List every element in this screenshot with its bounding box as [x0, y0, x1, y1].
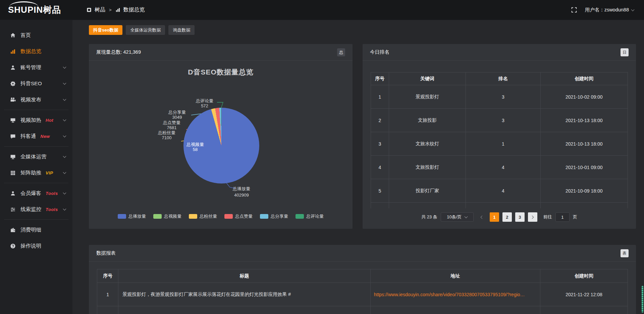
header-right: 用户名：zswodun88 — [571, 7, 634, 13]
sidebar-item-help[interactable]: 操作说明 — [0, 238, 72, 254]
breadcrumb-separator: > — [109, 7, 112, 12]
day-view-button[interactable]: 日 — [621, 48, 629, 56]
next-page-button[interactable] — [528, 212, 537, 222]
sidebar-item-label: 会员爆客 — [20, 190, 41, 197]
fullscreen-icon[interactable] — [571, 7, 577, 13]
chart-legend: 总播放量 总视频量 总粉丝量 总点赞量 总分享量 总评论量 — [89, 213, 353, 219]
sidebar-item-label: 数据总览 — [20, 48, 41, 55]
logo-text: SHUPIN树品 — [8, 4, 61, 16]
sidebar-item-clue-monitor[interactable]: 线索监控 Tools — [0, 201, 72, 217]
cell-index: 2 — [371, 109, 389, 132]
sidebar-item-douyin-seo[interactable]: 抖音SEO — [0, 75, 72, 92]
cell-video-link[interactable]: https://www.iesdouyin.com/share/video/70… — [370, 283, 540, 306]
rank-table-wrap: 序号 关键词 排名 创建时间 1 景观投影灯 3 2021-10-02 09:0… — [371, 72, 628, 208]
pie-label-value: 572 — [196, 103, 213, 108]
pie-label-value: 402909 — [233, 192, 250, 198]
tools-badge: Tools — [46, 207, 58, 212]
cell-keyword: 投影灯厂家 — [389, 179, 466, 203]
sidebar-item-consumption[interactable]: 消费明细 — [0, 222, 72, 238]
legend-swatch — [153, 214, 162, 219]
sidebar-item-video-heat[interactable]: 视频加热 Hot — [0, 112, 72, 128]
cell-keyword: 文旅投影 — [389, 109, 466, 132]
chevron-down-icon — [63, 171, 66, 174]
cell-keyword: 文旅投影灯 — [389, 156, 466, 179]
impressions-total: 展现量总数: 421,369 — [96, 49, 141, 55]
tab-douyin-seo-data[interactable]: 抖音seo数据 — [89, 25, 122, 35]
legend-item[interactable]: 总粉丝量 — [189, 213, 217, 219]
legend-item[interactable]: 总视频量 — [153, 213, 181, 219]
chevron-down-icon — [63, 98, 66, 101]
sidebar-item-home[interactable]: 首页 — [0, 27, 72, 43]
username: 用户名：zswodun88 — [585, 7, 629, 13]
table-row: 5 投影灯厂家 4 2021-10-09 18:00 — [371, 179, 628, 203]
cell-keyword: 文旅水纹灯 — [389, 132, 466, 156]
goto-label: 前往 — [543, 214, 552, 220]
sliders-icon — [10, 207, 16, 212]
pie-label-name: 总评论量 — [196, 98, 213, 103]
legend-item[interactable]: 总播放量 — [118, 213, 146, 219]
pie-label-name: 总粉丝量 — [158, 130, 175, 135]
table-row: 2 文旅投影 3 2021-10-13 18:00 — [371, 109, 628, 132]
sidebar-item-matrix-boost[interactable]: 矩阵助推 VIP — [0, 165, 72, 181]
table-view-button[interactable]: 表 — [621, 249, 629, 257]
screen-icon — [10, 117, 16, 123]
goto-page-input[interactable] — [555, 212, 570, 222]
table-row — [97, 306, 628, 314]
page-button-2[interactable]: 2 — [502, 212, 512, 222]
chevron-down-icon — [631, 8, 635, 11]
sidebar-item-label: 全媒体运营 — [20, 153, 47, 160]
page-button-1[interactable]: 1 — [490, 212, 499, 222]
sidebar-item-account[interactable]: 账号管理 — [0, 59, 72, 75]
user-icon — [10, 65, 16, 70]
breadcrumb-root[interactable]: 树品 — [95, 6, 105, 13]
sidebar-item-member-burst[interactable]: 会员爆客 Tools — [0, 185, 72, 201]
report-panel-header: 数据报表 表 — [89, 245, 636, 262]
report-panel-title: 数据报表 — [96, 250, 116, 256]
legend-label: 总视频量 — [164, 213, 181, 219]
total-view-button[interactable]: 总 — [337, 48, 345, 56]
col-title: 标题 — [118, 269, 370, 283]
pie-label-value: 3049 — [168, 115, 186, 120]
sidebar-item-douketong[interactable]: 抖客通 New — [0, 128, 72, 144]
user-icon — [10, 191, 16, 196]
legend-item[interactable]: 总点赞量 — [224, 213, 253, 219]
user-menu[interactable]: 用户名：zswodun88 — [585, 7, 634, 13]
scrollbar-thumb[interactable] — [642, 286, 643, 313]
prev-page-button[interactable] — [477, 212, 486, 222]
cell-index: 5 — [371, 179, 389, 203]
cell-created: 2021-10-02 09:00 — [540, 85, 628, 109]
main-content: 抖音seo数据 全媒体运营数据 询盘数据 展现量总数: 421,369 总 D音… — [72, 20, 644, 314]
sidebar-item-data-overview[interactable]: 数据总览 — [0, 43, 72, 59]
vip-badge: VIP — [46, 170, 53, 175]
top-header: SHUPIN树品 树品 > 数据总览 用户名：zswodun88 — [0, 0, 644, 20]
pagination: 共 23 条 10条/页 1 2 3 前往 页 — [363, 212, 636, 222]
cell-created — [540, 203, 628, 209]
logo: SHUPIN树品 — [0, 4, 72, 16]
chevron-down-icon — [63, 155, 66, 158]
home-icon — [10, 33, 16, 38]
page-size-value: 10条/页 — [447, 214, 462, 220]
pie-label-name: 总视频量 — [186, 142, 204, 147]
page-size-select[interactable]: 10条/页 — [441, 212, 474, 222]
sidebar-item-media-ops[interactable]: 全媒体运营 — [0, 149, 72, 165]
table-header-row: 序号 标题 地址 创建时间 — [97, 269, 628, 283]
legend-swatch — [296, 214, 304, 219]
monitor-icon — [10, 154, 16, 160]
legend-item[interactable]: 总评论量 — [296, 213, 324, 219]
sidebar-item-label: 矩阵助推 — [20, 169, 41, 176]
pie-label: 总播放量 402909 — [233, 186, 250, 198]
col-created: 创建时间 — [540, 72, 628, 85]
sidebar-item-video-publish[interactable]: 视频发布 — [0, 92, 72, 108]
legend-item[interactable]: 总分享量 — [260, 213, 288, 219]
tab-media-ops-data[interactable]: 全媒体运营数据 — [126, 25, 165, 35]
page-button-3[interactable]: 3 — [515, 212, 525, 222]
pie-label-value: 7100 — [158, 135, 175, 140]
cell-index — [371, 203, 389, 209]
tools-badge: Tools — [46, 191, 58, 196]
sidebar-divider — [4, 183, 68, 183]
tab-inquiry-data[interactable]: 询盘数据 — [168, 25, 195, 35]
cell-created — [540, 306, 628, 314]
col-rank: 排名 — [466, 72, 540, 85]
breadcrumb: 树品 > 数据总览 — [87, 6, 145, 13]
cell-title: 景观投影灯，夜游景观投影灯厂家展示展示落花灯在花园里的灯光投影应用效果 # — [118, 283, 370, 306]
